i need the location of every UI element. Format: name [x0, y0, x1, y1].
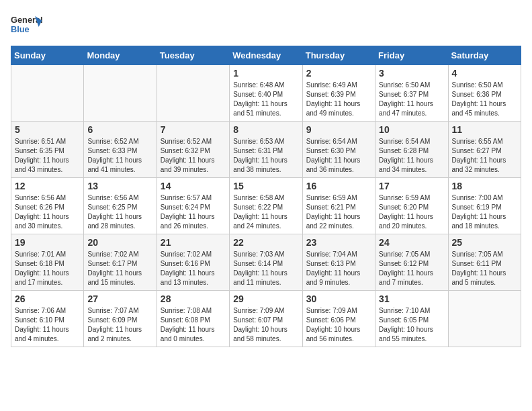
- calendar-cell: 3Sunrise: 6:50 AM Sunset: 6:37 PM Daylig…: [375, 65, 448, 122]
- calendar-cell: 25Sunrise: 7:05 AM Sunset: 6:11 PM Dayli…: [448, 234, 521, 291]
- day-info: Sunrise: 6:57 AM Sunset: 6:24 PM Dayligh…: [161, 193, 226, 231]
- day-number: 10: [379, 124, 444, 135]
- day-info: Sunrise: 7:05 AM Sunset: 6:11 PM Dayligh…: [452, 250, 517, 287]
- day-info: Sunrise: 6:59 AM Sunset: 6:20 PM Dayligh…: [379, 193, 444, 231]
- day-info: Sunrise: 7:04 AM Sunset: 6:13 PM Dayligh…: [306, 250, 371, 287]
- logo: General Blue: [11, 11, 46, 38]
- day-info: Sunrise: 7:10 AM Sunset: 6:05 PM Dayligh…: [379, 306, 444, 344]
- day-number: 3: [379, 68, 444, 79]
- day-info: Sunrise: 6:52 AM Sunset: 6:33 PM Dayligh…: [87, 137, 152, 175]
- day-number: 29: [233, 293, 298, 304]
- day-info: Sunrise: 7:09 AM Sunset: 6:06 PM Dayligh…: [306, 306, 371, 344]
- calendar-cell: 27Sunrise: 7:07 AM Sunset: 6:09 PM Dayli…: [84, 291, 157, 347]
- day-info: Sunrise: 6:50 AM Sunset: 6:36 PM Dayligh…: [452, 81, 517, 118]
- day-number: 26: [15, 293, 80, 304]
- calendar-cell: 20Sunrise: 7:02 AM Sunset: 6:17 PM Dayli…: [84, 234, 157, 291]
- day-number: 21: [161, 237, 226, 248]
- calendar-cell: 19Sunrise: 7:01 AM Sunset: 6:18 PM Dayli…: [11, 234, 84, 291]
- day-number: 22: [233, 237, 298, 248]
- day-info: Sunrise: 7:02 AM Sunset: 6:17 PM Dayligh…: [87, 250, 152, 287]
- page-header: General Blue: [11, 11, 521, 38]
- calendar-cell: 31Sunrise: 7:10 AM Sunset: 6:05 PM Dayli…: [375, 291, 448, 347]
- day-number: 7: [161, 124, 226, 135]
- day-number: 9: [306, 124, 371, 135]
- day-number: 19: [15, 237, 80, 248]
- calendar-cell: 28Sunrise: 7:08 AM Sunset: 6:08 PM Dayli…: [157, 291, 229, 347]
- calendar-cell: 4Sunrise: 6:50 AM Sunset: 6:36 PM Daylig…: [448, 65, 521, 122]
- day-number: 5: [15, 124, 80, 135]
- calendar-cell: [84, 65, 157, 122]
- day-info: Sunrise: 6:52 AM Sunset: 6:32 PM Dayligh…: [161, 137, 226, 175]
- weekday-header-wednesday: Wednesday: [230, 46, 302, 65]
- calendar-cell: 14Sunrise: 6:57 AM Sunset: 6:24 PM Dayli…: [157, 178, 229, 234]
- calendar-cell: 30Sunrise: 7:09 AM Sunset: 6:06 PM Dayli…: [302, 291, 375, 347]
- day-number: 20: [87, 237, 152, 248]
- day-number: 28: [161, 293, 226, 304]
- day-number: 24: [379, 237, 444, 248]
- day-number: 18: [452, 181, 517, 191]
- calendar-cell: 10Sunrise: 6:54 AM Sunset: 6:28 PM Dayli…: [375, 122, 448, 178]
- day-info: Sunrise: 6:50 AM Sunset: 6:37 PM Dayligh…: [379, 81, 444, 118]
- calendar-cell: 24Sunrise: 7:05 AM Sunset: 6:12 PM Dayli…: [375, 234, 448, 291]
- day-number: 27: [87, 293, 152, 304]
- day-info: Sunrise: 7:01 AM Sunset: 6:18 PM Dayligh…: [15, 250, 80, 287]
- calendar-cell: 13Sunrise: 6:56 AM Sunset: 6:25 PM Dayli…: [84, 178, 157, 234]
- day-info: Sunrise: 7:00 AM Sunset: 6:19 PM Dayligh…: [452, 193, 517, 231]
- calendar-cell: 9Sunrise: 6:54 AM Sunset: 6:30 PM Daylig…: [302, 122, 375, 178]
- day-info: Sunrise: 7:02 AM Sunset: 6:16 PM Dayligh…: [161, 250, 226, 287]
- day-info: Sunrise: 6:58 AM Sunset: 6:22 PM Dayligh…: [233, 193, 298, 231]
- weekday-header-saturday: Saturday: [448, 46, 521, 65]
- day-info: Sunrise: 7:06 AM Sunset: 6:10 PM Dayligh…: [15, 306, 80, 344]
- day-info: Sunrise: 6:56 AM Sunset: 6:26 PM Dayligh…: [15, 193, 80, 231]
- day-number: 1: [233, 68, 298, 79]
- calendar-cell: 18Sunrise: 7:00 AM Sunset: 6:19 PM Dayli…: [448, 178, 521, 234]
- day-number: 8: [233, 124, 298, 135]
- calendar-cell: 6Sunrise: 6:52 AM Sunset: 6:33 PM Daylig…: [84, 122, 157, 178]
- calendar-cell: 22Sunrise: 7:03 AM Sunset: 6:14 PM Dayli…: [230, 234, 302, 291]
- calendar-cell: [157, 65, 229, 122]
- day-info: Sunrise: 6:54 AM Sunset: 6:30 PM Dayligh…: [306, 137, 371, 175]
- day-info: Sunrise: 7:07 AM Sunset: 6:09 PM Dayligh…: [87, 306, 152, 344]
- day-number: 30: [306, 293, 371, 304]
- day-number: 15: [233, 181, 298, 191]
- calendar-cell: 1Sunrise: 6:48 AM Sunset: 6:40 PM Daylig…: [230, 65, 302, 122]
- day-info: Sunrise: 7:08 AM Sunset: 6:08 PM Dayligh…: [161, 306, 226, 344]
- calendar-cell: 29Sunrise: 7:09 AM Sunset: 6:07 PM Dayli…: [230, 291, 302, 347]
- day-number: 6: [87, 124, 152, 135]
- day-info: Sunrise: 6:55 AM Sunset: 6:27 PM Dayligh…: [452, 137, 517, 175]
- day-number: 4: [452, 68, 517, 79]
- day-number: 23: [306, 237, 371, 248]
- calendar-cell: 2Sunrise: 6:49 AM Sunset: 6:39 PM Daylig…: [302, 65, 375, 122]
- calendar-cell: [11, 65, 84, 122]
- calendar-cell: 23Sunrise: 7:04 AM Sunset: 6:13 PM Dayli…: [302, 234, 375, 291]
- day-number: 16: [306, 181, 371, 191]
- calendar-cell: 7Sunrise: 6:52 AM Sunset: 6:32 PM Daylig…: [157, 122, 229, 178]
- day-number: 14: [161, 181, 226, 191]
- day-info: Sunrise: 6:56 AM Sunset: 6:25 PM Dayligh…: [87, 193, 152, 231]
- weekday-header-monday: Monday: [84, 46, 157, 65]
- calendar-cell: 15Sunrise: 6:58 AM Sunset: 6:22 PM Dayli…: [230, 178, 302, 234]
- weekday-header-thursday: Thursday: [302, 46, 375, 65]
- day-info: Sunrise: 7:03 AM Sunset: 6:14 PM Dayligh…: [233, 250, 298, 287]
- day-info: Sunrise: 6:51 AM Sunset: 6:35 PM Dayligh…: [15, 137, 80, 175]
- day-number: 12: [15, 181, 80, 191]
- day-info: Sunrise: 7:09 AM Sunset: 6:07 PM Dayligh…: [233, 306, 298, 344]
- calendar-cell: 8Sunrise: 6:53 AM Sunset: 6:31 PM Daylig…: [230, 122, 302, 178]
- day-number: 31: [379, 293, 444, 304]
- weekday-header-tuesday: Tuesday: [157, 46, 229, 65]
- calendar-cell: 26Sunrise: 7:06 AM Sunset: 6:10 PM Dayli…: [11, 291, 84, 347]
- day-info: Sunrise: 6:49 AM Sunset: 6:39 PM Dayligh…: [306, 81, 371, 118]
- calendar-cell: 21Sunrise: 7:02 AM Sunset: 6:16 PM Dayli…: [157, 234, 229, 291]
- calendar-cell: 5Sunrise: 6:51 AM Sunset: 6:35 PM Daylig…: [11, 122, 84, 178]
- calendar-cell: 17Sunrise: 6:59 AM Sunset: 6:20 PM Dayli…: [375, 178, 448, 234]
- day-info: Sunrise: 6:54 AM Sunset: 6:28 PM Dayligh…: [379, 137, 444, 175]
- day-info: Sunrise: 6:59 AM Sunset: 6:21 PM Dayligh…: [306, 193, 371, 231]
- weekday-header-friday: Friday: [375, 46, 448, 65]
- calendar-cell: 12Sunrise: 6:56 AM Sunset: 6:26 PM Dayli…: [11, 178, 84, 234]
- day-number: 25: [452, 237, 517, 248]
- weekday-header-sunday: Sunday: [11, 46, 84, 65]
- calendar-cell: [448, 291, 521, 347]
- day-info: Sunrise: 6:53 AM Sunset: 6:31 PM Dayligh…: [233, 137, 298, 175]
- day-number: 2: [306, 68, 371, 79]
- day-number: 17: [379, 181, 444, 191]
